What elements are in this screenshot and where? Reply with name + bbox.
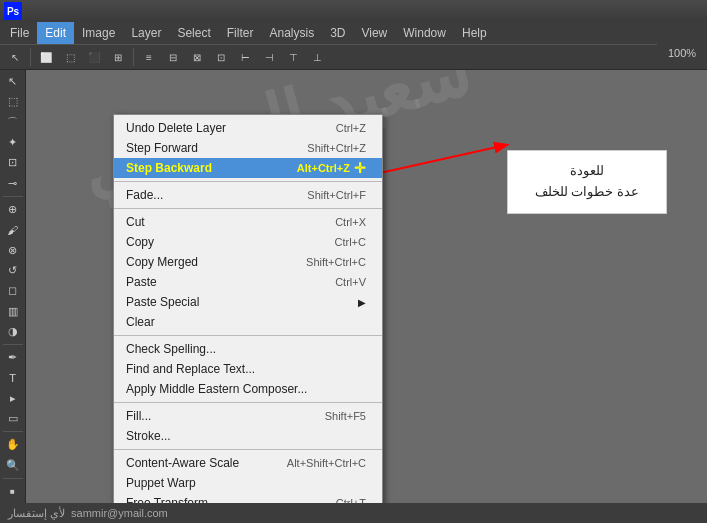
- tool-path-select[interactable]: ▸: [2, 389, 24, 408]
- status-email: sammir@ymail.com: [71, 507, 168, 519]
- sep-2: [114, 208, 382, 209]
- tool-brush[interactable]: 🖌: [2, 220, 24, 239]
- menu-analysis[interactable]: Analysis: [261, 22, 322, 44]
- menu-fade-shortcut: Shift+Ctrl+F: [307, 189, 366, 201]
- menu-undo-delete-layer[interactable]: Undo Delete Layer Ctrl+Z: [114, 118, 382, 138]
- menu-step-backward[interactable]: Step Backward Alt+Ctrl+Z ✛: [114, 158, 382, 178]
- menu-paste-shortcut: Ctrl+V: [335, 276, 366, 288]
- menu-puppet-warp[interactable]: Puppet Warp: [114, 473, 382, 493]
- menu-fade[interactable]: Fade... Shift+Ctrl+F: [114, 185, 382, 205]
- tool-sep-2: [3, 344, 23, 345]
- toolbar-btn-9[interactable]: ⊡: [210, 46, 232, 68]
- menu-step-forward[interactable]: Step Forward Shift+Ctrl+Z: [114, 138, 382, 158]
- toolbar-btn-10[interactable]: ⊢: [234, 46, 256, 68]
- menu-fade-label: Fade...: [126, 188, 163, 202]
- sep-3: [114, 335, 382, 336]
- menu-content-aware-scale[interactable]: Content-Aware Scale Alt+Shift+Ctrl+C: [114, 453, 382, 473]
- tool-clone[interactable]: ⊗: [2, 241, 24, 260]
- toolbar-btn-12[interactable]: ⊤: [282, 46, 304, 68]
- toolbox: ↖ ⬚ ⌒ ✦ ⊡ ⊸ ⊕ 🖌 ⊗ ↺ ◻ ▥ ◑ ✒ T ▸ ▭ ✋ 🔍 ■: [0, 70, 26, 503]
- main-layout: ↖ ⬚ ⌒ ✦ ⊡ ⊸ ⊕ 🖌 ⊗ ↺ ◻ ▥ ◑ ✒ T ▸ ▭ ✋ 🔍 ■ …: [0, 70, 707, 503]
- menu-fill[interactable]: Fill... Shift+F5: [114, 406, 382, 426]
- toolbar-sep-2: [133, 48, 134, 66]
- tool-shape[interactable]: ▭: [2, 409, 24, 428]
- tooltip-box: للعودة عدة خطوات للخلف: [507, 150, 667, 214]
- menu-undo-delete-layer-label: Undo Delete Layer: [126, 121, 226, 135]
- menu-copy-label: Copy: [126, 235, 154, 249]
- toolbar-btn-3[interactable]: ⬚: [59, 46, 81, 68]
- menu-copy-shortcut: Ctrl+C: [335, 236, 366, 248]
- tool-foreground[interactable]: ■: [2, 482, 24, 501]
- tool-gradient[interactable]: ▥: [2, 301, 24, 320]
- canvas-area: سعيد العيداني للعودة عدة خطوات للخلف Und…: [26, 70, 707, 503]
- tool-eraser[interactable]: ◻: [2, 281, 24, 300]
- tool-lasso[interactable]: ⌒: [2, 113, 24, 132]
- menu-layer[interactable]: Layer: [123, 22, 169, 44]
- tool-hand[interactable]: ✋: [2, 435, 24, 454]
- menu-find-replace[interactable]: Find and Replace Text...: [114, 359, 382, 379]
- tool-pen[interactable]: ✒: [2, 348, 24, 367]
- menu-cut[interactable]: Cut Ctrl+X: [114, 212, 382, 232]
- tool-spot-heal[interactable]: ⊕: [2, 200, 24, 219]
- menu-select[interactable]: Select: [169, 22, 218, 44]
- cursor-icon: ✛: [354, 160, 366, 176]
- toolbar-move[interactable]: ↖: [4, 46, 26, 68]
- tool-text[interactable]: T: [2, 368, 24, 387]
- menu-cut-label: Cut: [126, 215, 145, 229]
- tool-magic-wand[interactable]: ✦: [2, 133, 24, 152]
- menu-bar: File Edit Image Layer Select Filter Anal…: [0, 22, 707, 44]
- tool-history[interactable]: ↺: [2, 261, 24, 280]
- menu-window[interactable]: Window: [395, 22, 454, 44]
- tooltip-line1: للعودة: [518, 161, 656, 182]
- toolbar-btn-4[interactable]: ⬛: [83, 46, 105, 68]
- toolbar-btn-5[interactable]: ⊞: [107, 46, 129, 68]
- toolbar-btn-6[interactable]: ≡: [138, 46, 160, 68]
- status-label: لأي إستفسار: [8, 507, 65, 520]
- tool-sep-3: [3, 431, 23, 432]
- menu-clear[interactable]: Clear: [114, 312, 382, 332]
- menu-step-forward-label: Step Forward: [126, 141, 198, 155]
- paste-special-arrow: ▶: [358, 297, 366, 308]
- tool-dodge[interactable]: ◑: [2, 322, 24, 341]
- dropdown-menu: Undo Delete Layer Ctrl+Z Step Forward Sh…: [113, 114, 383, 503]
- toolbar-btn-8[interactable]: ⊠: [186, 46, 208, 68]
- menu-apply-composer[interactable]: Apply Middle Eastern Composer...: [114, 379, 382, 399]
- menu-free-transform-shortcut: Ctrl+T: [336, 497, 366, 503]
- status-bar: sammir@ymail.com لأي إستفسار: [0, 503, 707, 523]
- menu-step-forward-shortcut: Shift+Ctrl+Z: [307, 142, 366, 154]
- menu-free-transform[interactable]: Free Transform Ctrl+T: [114, 493, 382, 503]
- sep-4: [114, 402, 382, 403]
- toolbar-btn-2[interactable]: ⬜: [35, 46, 57, 68]
- tool-eyedropper[interactable]: ⊸: [2, 174, 24, 193]
- toolbar-btn-13[interactable]: ⊥: [306, 46, 328, 68]
- menu-copy-merged[interactable]: Copy Merged Shift+Ctrl+C: [114, 252, 382, 272]
- menu-undo-delete-layer-shortcut: Ctrl+Z: [336, 122, 366, 134]
- menu-paste-special[interactable]: Paste Special ▶: [114, 292, 382, 312]
- menu-apply-composer-label: Apply Middle Eastern Composer...: [126, 382, 307, 396]
- menu-3d[interactable]: 3D: [322, 22, 353, 44]
- menu-paste[interactable]: Paste Ctrl+V: [114, 272, 382, 292]
- tool-crop[interactable]: ⊡: [2, 153, 24, 172]
- sep-1: [114, 181, 382, 182]
- menu-stroke[interactable]: Stroke...: [114, 426, 382, 446]
- tool-marquee[interactable]: ⬚: [2, 92, 24, 111]
- menu-view[interactable]: View: [353, 22, 395, 44]
- tool-zoom[interactable]: 🔍: [2, 456, 24, 475]
- toolbar: ↖ ⬜ ⬚ ⬛ ⊞ ≡ ⊟ ⊠ ⊡ ⊢ ⊣ ⊤ ⊥ 100%: [0, 44, 707, 70]
- toolbar-btn-11[interactable]: ⊣: [258, 46, 280, 68]
- menu-filter[interactable]: Filter: [219, 22, 262, 44]
- menu-stroke-label: Stroke...: [126, 429, 171, 443]
- menu-file[interactable]: File: [2, 22, 37, 44]
- title-bar: Ps: [0, 0, 707, 22]
- menu-copy[interactable]: Copy Ctrl+C: [114, 232, 382, 252]
- ps-icon: Ps: [4, 2, 22, 20]
- tool-move[interactable]: ↖: [2, 72, 24, 91]
- menu-check-spelling[interactable]: Check Spelling...: [114, 339, 382, 359]
- menu-image[interactable]: Image: [74, 22, 123, 44]
- menu-help[interactable]: Help: [454, 22, 495, 44]
- toolbar-btn-7[interactable]: ⊟: [162, 46, 184, 68]
- menu-cut-shortcut: Ctrl+X: [335, 216, 366, 228]
- menu-edit[interactable]: Edit: [37, 22, 74, 44]
- menu-paste-label: Paste: [126, 275, 157, 289]
- menu-fill-shortcut: Shift+F5: [325, 410, 366, 422]
